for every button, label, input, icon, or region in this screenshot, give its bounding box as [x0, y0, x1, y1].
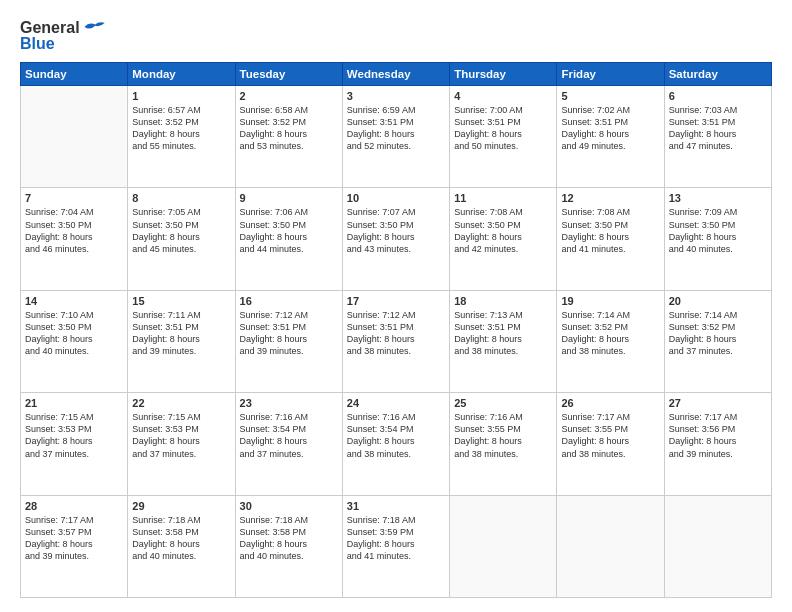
day-cell: 18Sunrise: 7:13 AMSunset: 3:51 PMDayligh…: [450, 290, 557, 392]
col-header-wednesday: Wednesday: [342, 63, 449, 86]
calendar-page: General Blue SundayMondayTuesdayWednesda…: [0, 0, 792, 612]
day-number: 7: [25, 192, 123, 204]
day-info: Sunrise: 7:14 AMSunset: 3:52 PMDaylight:…: [561, 309, 659, 358]
day-cell: 14Sunrise: 7:10 AMSunset: 3:50 PMDayligh…: [21, 290, 128, 392]
day-number: 9: [240, 192, 338, 204]
day-number: 16: [240, 295, 338, 307]
day-cell: 5Sunrise: 7:02 AMSunset: 3:51 PMDaylight…: [557, 86, 664, 188]
logo-combined: General Blue: [20, 18, 106, 52]
day-number: 24: [347, 397, 445, 409]
day-number: 29: [132, 500, 230, 512]
day-number: 3: [347, 90, 445, 102]
day-number: 20: [669, 295, 767, 307]
day-number: 2: [240, 90, 338, 102]
header: General Blue: [20, 18, 772, 52]
day-cell: 28Sunrise: 7:17 AMSunset: 3:57 PMDayligh…: [21, 495, 128, 597]
day-cell: [557, 495, 664, 597]
day-info: Sunrise: 7:16 AMSunset: 3:54 PMDaylight:…: [240, 411, 338, 460]
day-number: 8: [132, 192, 230, 204]
day-info: Sunrise: 7:03 AMSunset: 3:51 PMDaylight:…: [669, 104, 767, 153]
day-cell: 24Sunrise: 7:16 AMSunset: 3:54 PMDayligh…: [342, 393, 449, 495]
day-info: Sunrise: 7:18 AMSunset: 3:58 PMDaylight:…: [132, 514, 230, 563]
day-info: Sunrise: 6:59 AMSunset: 3:51 PMDaylight:…: [347, 104, 445, 153]
day-cell: 21Sunrise: 7:15 AMSunset: 3:53 PMDayligh…: [21, 393, 128, 495]
day-cell: 8Sunrise: 7:05 AMSunset: 3:50 PMDaylight…: [128, 188, 235, 290]
day-cell: 10Sunrise: 7:07 AMSunset: 3:50 PMDayligh…: [342, 188, 449, 290]
week-row-4: 28Sunrise: 7:17 AMSunset: 3:57 PMDayligh…: [21, 495, 772, 597]
day-info: Sunrise: 7:00 AMSunset: 3:51 PMDaylight:…: [454, 104, 552, 153]
day-cell: 3Sunrise: 6:59 AMSunset: 3:51 PMDaylight…: [342, 86, 449, 188]
col-header-sunday: Sunday: [21, 63, 128, 86]
logo-general-text: General: [20, 20, 80, 36]
day-number: 11: [454, 192, 552, 204]
day-number: 1: [132, 90, 230, 102]
day-number: 26: [561, 397, 659, 409]
day-number: 31: [347, 500, 445, 512]
day-number: 19: [561, 295, 659, 307]
day-info: Sunrise: 7:02 AMSunset: 3:51 PMDaylight:…: [561, 104, 659, 153]
day-info: Sunrise: 7:04 AMSunset: 3:50 PMDaylight:…: [25, 206, 123, 255]
day-info: Sunrise: 6:57 AMSunset: 3:52 PMDaylight:…: [132, 104, 230, 153]
day-cell: 6Sunrise: 7:03 AMSunset: 3:51 PMDaylight…: [664, 86, 771, 188]
day-info: Sunrise: 7:17 AMSunset: 3:56 PMDaylight:…: [669, 411, 767, 460]
day-number: 12: [561, 192, 659, 204]
header-row: SundayMondayTuesdayWednesdayThursdayFrid…: [21, 63, 772, 86]
day-cell: 7Sunrise: 7:04 AMSunset: 3:50 PMDaylight…: [21, 188, 128, 290]
week-row-3: 21Sunrise: 7:15 AMSunset: 3:53 PMDayligh…: [21, 393, 772, 495]
day-info: Sunrise: 7:17 AMSunset: 3:55 PMDaylight:…: [561, 411, 659, 460]
day-cell: 16Sunrise: 7:12 AMSunset: 3:51 PMDayligh…: [235, 290, 342, 392]
day-cell: 17Sunrise: 7:12 AMSunset: 3:51 PMDayligh…: [342, 290, 449, 392]
day-cell: 19Sunrise: 7:14 AMSunset: 3:52 PMDayligh…: [557, 290, 664, 392]
col-header-thursday: Thursday: [450, 63, 557, 86]
day-cell: 11Sunrise: 7:08 AMSunset: 3:50 PMDayligh…: [450, 188, 557, 290]
week-row-2: 14Sunrise: 7:10 AMSunset: 3:50 PMDayligh…: [21, 290, 772, 392]
week-row-0: 1Sunrise: 6:57 AMSunset: 3:52 PMDaylight…: [21, 86, 772, 188]
logo-bird-icon: [82, 18, 106, 36]
day-cell: 31Sunrise: 7:18 AMSunset: 3:59 PMDayligh…: [342, 495, 449, 597]
day-cell: 13Sunrise: 7:09 AMSunset: 3:50 PMDayligh…: [664, 188, 771, 290]
day-cell: 27Sunrise: 7:17 AMSunset: 3:56 PMDayligh…: [664, 393, 771, 495]
day-info: Sunrise: 7:15 AMSunset: 3:53 PMDaylight:…: [25, 411, 123, 460]
day-number: 14: [25, 295, 123, 307]
day-cell: 30Sunrise: 7:18 AMSunset: 3:58 PMDayligh…: [235, 495, 342, 597]
logo-blue-text: Blue: [20, 36, 55, 52]
day-cell: 12Sunrise: 7:08 AMSunset: 3:50 PMDayligh…: [557, 188, 664, 290]
day-cell: [450, 495, 557, 597]
day-cell: 9Sunrise: 7:06 AMSunset: 3:50 PMDaylight…: [235, 188, 342, 290]
day-number: 27: [669, 397, 767, 409]
day-number: 25: [454, 397, 552, 409]
day-number: 22: [132, 397, 230, 409]
day-cell: 25Sunrise: 7:16 AMSunset: 3:55 PMDayligh…: [450, 393, 557, 495]
col-header-tuesday: Tuesday: [235, 63, 342, 86]
day-number: 10: [347, 192, 445, 204]
day-number: 5: [561, 90, 659, 102]
day-info: Sunrise: 7:15 AMSunset: 3:53 PMDaylight:…: [132, 411, 230, 460]
day-cell: 15Sunrise: 7:11 AMSunset: 3:51 PMDayligh…: [128, 290, 235, 392]
day-number: 28: [25, 500, 123, 512]
day-info: Sunrise: 7:07 AMSunset: 3:50 PMDaylight:…: [347, 206, 445, 255]
day-cell: [21, 86, 128, 188]
day-cell: 29Sunrise: 7:18 AMSunset: 3:58 PMDayligh…: [128, 495, 235, 597]
col-header-friday: Friday: [557, 63, 664, 86]
day-info: Sunrise: 7:06 AMSunset: 3:50 PMDaylight:…: [240, 206, 338, 255]
day-info: Sunrise: 7:18 AMSunset: 3:58 PMDaylight:…: [240, 514, 338, 563]
day-number: 18: [454, 295, 552, 307]
day-info: Sunrise: 7:13 AMSunset: 3:51 PMDaylight:…: [454, 309, 552, 358]
day-number: 17: [347, 295, 445, 307]
day-number: 13: [669, 192, 767, 204]
day-info: Sunrise: 6:58 AMSunset: 3:52 PMDaylight:…: [240, 104, 338, 153]
day-cell: 4Sunrise: 7:00 AMSunset: 3:51 PMDaylight…: [450, 86, 557, 188]
day-info: Sunrise: 7:10 AMSunset: 3:50 PMDaylight:…: [25, 309, 123, 358]
day-cell: 2Sunrise: 6:58 AMSunset: 3:52 PMDaylight…: [235, 86, 342, 188]
day-info: Sunrise: 7:17 AMSunset: 3:57 PMDaylight:…: [25, 514, 123, 563]
day-info: Sunrise: 7:11 AMSunset: 3:51 PMDaylight:…: [132, 309, 230, 358]
day-cell: 20Sunrise: 7:14 AMSunset: 3:52 PMDayligh…: [664, 290, 771, 392]
day-info: Sunrise: 7:16 AMSunset: 3:55 PMDaylight:…: [454, 411, 552, 460]
day-cell: 23Sunrise: 7:16 AMSunset: 3:54 PMDayligh…: [235, 393, 342, 495]
day-number: 4: [454, 90, 552, 102]
day-number: 21: [25, 397, 123, 409]
day-info: Sunrise: 7:05 AMSunset: 3:50 PMDaylight:…: [132, 206, 230, 255]
day-cell: 26Sunrise: 7:17 AMSunset: 3:55 PMDayligh…: [557, 393, 664, 495]
day-info: Sunrise: 7:16 AMSunset: 3:54 PMDaylight:…: [347, 411, 445, 460]
day-number: 30: [240, 500, 338, 512]
